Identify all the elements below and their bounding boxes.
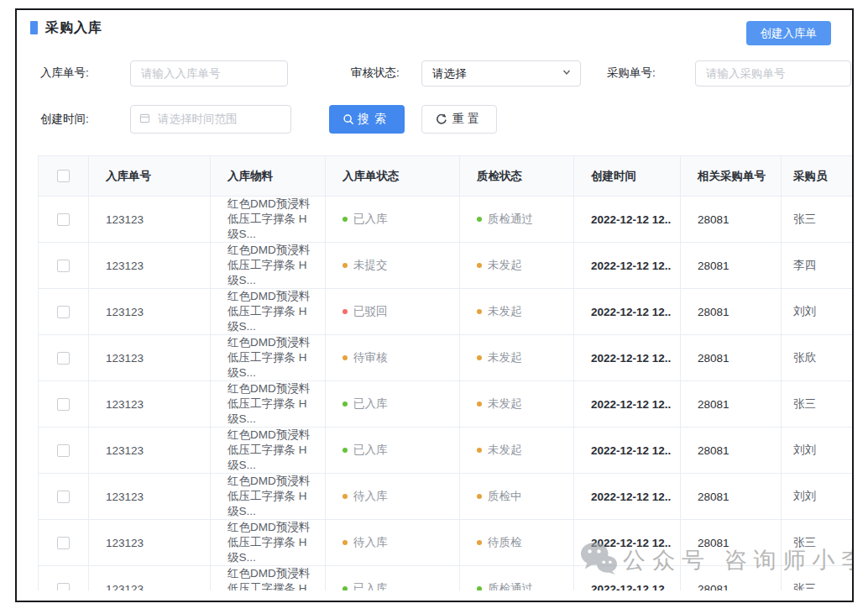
cell-inbound-no: 123123 bbox=[89, 381, 211, 428]
search-icon bbox=[342, 113, 354, 125]
cell-purchase-no: 28081 bbox=[681, 335, 782, 381]
create-time-label: 创建时间: bbox=[40, 105, 89, 134]
cell-buyer: 刘刘 bbox=[782, 289, 853, 335]
search-button-label: 搜索 bbox=[358, 112, 391, 127]
cell-inbound-no: 123123 bbox=[89, 289, 211, 335]
cell-purchase-no: 28081 bbox=[681, 566, 782, 591]
table-row: 123123 红色DMD预浸料 低压工字撑条 H级S... 未提交 未发起 20… bbox=[39, 243, 853, 289]
row-checkbox[interactable] bbox=[57, 213, 70, 226]
qc-status-dot bbox=[477, 586, 482, 590]
purchase-inbound-panel: 采购入库 创建入库单 入库单号: 审核状态: 请选择 采购单号: 创建时间: 请… bbox=[15, 8, 854, 602]
cell-qc-status: 质检中 bbox=[460, 474, 574, 520]
create-inbound-order-button[interactable]: 创建入库单 bbox=[746, 21, 832, 45]
audit-status-select-value: 请选择 bbox=[432, 66, 467, 81]
cell-buyer: 张三 bbox=[782, 197, 853, 243]
cell-purchase-no: 28081 bbox=[681, 474, 782, 520]
table-row: 123123 红色DMD预浸料 低压工字撑条 H级S... 待入库 质检中 20… bbox=[39, 474, 853, 520]
cell-qc-status: 未发起 bbox=[460, 243, 574, 289]
row-checkbox[interactable] bbox=[57, 444, 70, 457]
cell-inbound-no: 123123 bbox=[89, 566, 211, 591]
cell-qc-status: 未发起 bbox=[460, 289, 574, 335]
col-header-qc-status: 质检状态 bbox=[460, 156, 574, 197]
cell-purchase-no: 28081 bbox=[681, 381, 782, 428]
cell-created: 2022-12-12 12.. bbox=[574, 566, 681, 591]
cell-inbound-no: 123123 bbox=[89, 197, 211, 243]
inbound-status-dot bbox=[342, 401, 348, 407]
create-time-range-picker[interactable]: 请选择时间范围 bbox=[130, 105, 291, 134]
cell-inbound-no: 123123 bbox=[89, 520, 211, 566]
inbound-no-input[interactable] bbox=[130, 60, 288, 87]
table-body: 123123 红色DMD预浸料 低压工字撑条 H级S... 已入库 质检通过 2… bbox=[39, 197, 853, 591]
table-row: 123123 红色DMD预浸料 低压工字撑条 H级S... 已驳回 未发起 20… bbox=[39, 289, 853, 335]
col-header-purchase-no: 相关采购单号 bbox=[681, 156, 782, 197]
cell-inbound-no: 123123 bbox=[89, 243, 211, 289]
cell-qc-status: 质检通过 bbox=[460, 197, 574, 243]
chevron-down-icon bbox=[562, 67, 572, 80]
inbound-status-dot bbox=[342, 355, 348, 360]
col-header-inbound-no: 入库单号 bbox=[89, 156, 211, 197]
cell-qc-status: 未发起 bbox=[460, 381, 574, 428]
inbound-no-label: 入库单号: bbox=[40, 60, 89, 86]
qc-status-dot bbox=[477, 448, 482, 453]
col-header-inbound-status: 入库单状态 bbox=[326, 156, 460, 197]
cell-purchase-no: 28081 bbox=[681, 243, 782, 289]
col-header-buyer: 采购员 bbox=[782, 156, 853, 197]
cell-buyer: 刘刘 bbox=[782, 428, 853, 474]
purchase-no-input[interactable] bbox=[695, 60, 851, 87]
inbound-status-dot bbox=[342, 586, 348, 590]
cell-inbound-no: 123123 bbox=[89, 474, 211, 520]
row-checkbox[interactable] bbox=[57, 583, 70, 590]
cell-material: 红色DMD预浸料 低压工字撑条 H级S... bbox=[211, 520, 326, 566]
inbound-status-dot bbox=[342, 540, 348, 545]
qc-status-dot bbox=[477, 355, 482, 360]
inbound-status-dot bbox=[342, 448, 348, 453]
cell-inbound-no: 123123 bbox=[89, 335, 211, 381]
cell-inbound-status: 待入库 bbox=[326, 474, 460, 520]
qc-status-dot bbox=[477, 263, 482, 268]
search-button[interactable]: 搜索 bbox=[329, 105, 405, 134]
reset-button-label: 重置 bbox=[452, 112, 483, 127]
table-row: 123123 红色DMD预浸料 低压工字撑条 H级S... 待审核 未发起 20… bbox=[39, 335, 853, 381]
cell-created: 2022-12-12 12.. bbox=[574, 474, 681, 520]
cell-buyer: 张欣 bbox=[782, 335, 853, 381]
cell-material: 红色DMD预浸料 低压工字撑条 H级S... bbox=[211, 335, 326, 381]
cell-material: 红色DMD预浸料 低压工字撑条 H级S... bbox=[211, 243, 326, 289]
cell-inbound-status: 已驳回 bbox=[326, 289, 460, 335]
cell-created: 2022-12-12 12.. bbox=[574, 243, 681, 289]
row-checkbox[interactable] bbox=[57, 537, 70, 549]
qc-status-dot bbox=[477, 540, 482, 545]
table-row: 123123 红色DMD预浸料 低压工字撑条 H级S... 已入库 质检通过 2… bbox=[39, 566, 853, 591]
cell-purchase-no: 28081 bbox=[681, 289, 782, 335]
audit-status-select[interactable]: 请选择 bbox=[421, 60, 581, 87]
cell-qc-status: 质检通过 bbox=[460, 566, 574, 591]
cell-inbound-status: 已入库 bbox=[326, 197, 460, 243]
cell-material: 红色DMD预浸料 低压工字撑条 H级S... bbox=[211, 566, 326, 591]
cell-created: 2022-12-12 12.. bbox=[574, 520, 681, 566]
cell-created: 2022-12-12 12.. bbox=[574, 289, 681, 335]
cell-material: 红色DMD预浸料 低压工字撑条 H级S... bbox=[211, 381, 326, 428]
cell-purchase-no: 28081 bbox=[681, 428, 782, 474]
qc-status-dot bbox=[477, 217, 482, 222]
select-all-checkbox[interactable] bbox=[57, 170, 70, 182]
row-checkbox[interactable] bbox=[57, 260, 70, 272]
cell-inbound-status: 已入库 bbox=[326, 566, 460, 591]
inbound-status-dot bbox=[342, 494, 348, 499]
cell-qc-status: 未发起 bbox=[460, 335, 574, 381]
row-checkbox[interactable] bbox=[57, 352, 70, 365]
cell-buyer: 张三 bbox=[782, 520, 853, 566]
qc-status-dot bbox=[477, 494, 482, 499]
row-checkbox[interactable] bbox=[57, 491, 70, 503]
row-checkbox[interactable] bbox=[57, 306, 70, 318]
page-header: 采购入库 bbox=[30, 18, 102, 37]
row-checkbox[interactable] bbox=[57, 398, 70, 411]
title-marker bbox=[30, 21, 38, 34]
refresh-icon bbox=[436, 113, 447, 125]
table-row: 123123 红色DMD预浸料 低压工字撑条 H级S... 已入库 质检通过 2… bbox=[39, 197, 853, 243]
table-row: 123123 红色DMD预浸料 低压工字撑条 H级S... 已入库 未发起 20… bbox=[39, 381, 853, 428]
reset-button[interactable]: 重置 bbox=[421, 105, 497, 134]
cell-material: 红色DMD预浸料 低压工字撑条 H级S... bbox=[211, 474, 326, 520]
col-header-material: 入库物料 bbox=[211, 156, 326, 197]
cell-buyer: 张三 bbox=[782, 566, 853, 591]
cell-created: 2022-12-12 12.. bbox=[574, 428, 681, 474]
col-header-created: 创建时间 bbox=[574, 156, 681, 197]
